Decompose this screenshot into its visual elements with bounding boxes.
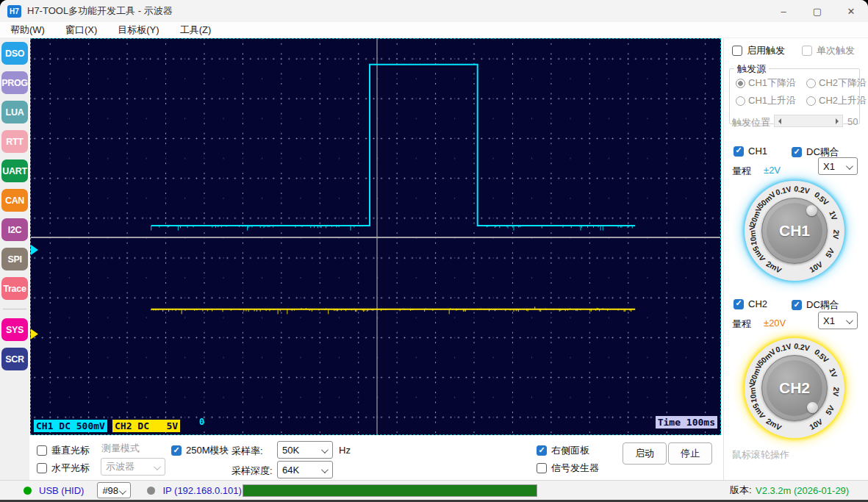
single-trigger-checkbox[interactable] xyxy=(802,46,812,56)
sidebar-item-rtt[interactable]: RTT xyxy=(1,130,28,153)
sidebar-item-sys[interactable]: SYS xyxy=(1,318,28,341)
sample-depth-select[interactable]: 64K xyxy=(277,461,333,478)
bottom-controls: 垂直光标 水平光标 测量模式 示波器 250M模块 采样率: 50K xyxy=(30,437,721,480)
menu-target[interactable]: 目标板(Y) xyxy=(107,22,169,37)
sidebar-item-i2c[interactable]: I2C xyxy=(1,218,28,241)
sidebar: DSOPROGLUARTTUARTCANI2CSPITraceSYSSCR xyxy=(0,38,29,480)
vertical-cursor-checkbox[interactable] xyxy=(37,445,47,456)
dial-value-2mV: 2mV xyxy=(764,259,783,275)
sidebar-item-can[interactable]: CAN xyxy=(1,189,28,212)
ch1-knob-cap[interactable]: CH1 xyxy=(761,198,828,264)
app-window: H7 H7-TOOL多功能开发工具 - 示波器 – ▢ ✕ 帮助(W)窗口(X)… xyxy=(0,0,868,502)
ch2-level-marker-icon[interactable] xyxy=(31,329,38,340)
horizontal-cursor-label: 水平光标 xyxy=(51,462,90,475)
trigger-source-ch1-rising[interactable]: CH1上升沿 xyxy=(736,94,796,107)
module-250m-checkbox[interactable] xyxy=(171,445,182,456)
stop-button-label: 停止 xyxy=(681,447,700,460)
close-icon[interactable]: ✕ xyxy=(834,0,868,22)
timebase-readout: Time 100ms xyxy=(656,416,717,429)
progress-bar xyxy=(243,484,537,497)
trigger-source-label: CH1上升沿 xyxy=(748,94,796,107)
trigger-position-value: 50 xyxy=(847,116,858,127)
ch2-enable-checkbox[interactable] xyxy=(734,299,744,309)
ch1-range-label: 量程 xyxy=(732,165,751,178)
trigger-source-title: 触发源 xyxy=(734,62,769,76)
radio-icon xyxy=(736,79,745,88)
trigger-source-ch2-rising[interactable]: CH2上升沿 xyxy=(806,94,867,107)
ch2-probe-mult-select[interactable]: X1 xyxy=(818,312,858,329)
dial-value-10V: 10V xyxy=(807,417,823,431)
minimize-icon[interactable]: – xyxy=(767,0,800,22)
ch1-level-marker-icon[interactable] xyxy=(31,245,38,255)
start-button-label: 启动 xyxy=(635,447,654,460)
knob-indicator-dot xyxy=(806,205,817,216)
stop-button[interactable]: 停止 xyxy=(668,442,712,465)
measure-mode-select[interactable]: 示波器 xyxy=(101,458,165,476)
waveform-canvas xyxy=(31,39,720,434)
sidebar-item-trace[interactable]: Trace xyxy=(1,277,28,300)
dial-value-1V: 1V xyxy=(828,209,839,220)
dial-value-2V: 2V xyxy=(831,229,841,240)
statusbar: USB (HID) #98 IP (192.168.0.101) 版本: V2.… xyxy=(0,480,868,500)
right-panel-label: 右侧面板 xyxy=(551,444,589,457)
version-label: 版本: xyxy=(730,484,752,497)
menu-help[interactable]: 帮助(W) xyxy=(0,22,55,37)
maximize-icon[interactable]: ▢ xyxy=(800,0,834,22)
dial-value-2V: 2V xyxy=(831,387,841,397)
version-value: V2.3.2m (2026-01-29) xyxy=(756,485,849,496)
ch1-range-knob[interactable]: 2mV5mV10mV20mV50mV0.1V0.2V0.5V1V2V5V10V … xyxy=(745,181,844,281)
menu-window[interactable]: 窗口(X) xyxy=(55,22,107,37)
trigger-source-label: CH1下降沿 xyxy=(748,76,796,90)
ch1-probe-mult-select[interactable]: X1 xyxy=(818,157,858,175)
ch1-enable-label: CH1 xyxy=(748,146,767,157)
single-trigger-label: 单次触发 xyxy=(817,44,855,57)
sidebar-item-spi[interactable]: SPI xyxy=(1,248,28,270)
ch2-range-knob[interactable]: 2mV5mV10mV20mV50mV0.1V0.2V0.5V1V2V5V10V … xyxy=(745,338,844,438)
radio-icon xyxy=(736,96,745,106)
ch2-enable-label: CH2 xyxy=(748,298,767,309)
dial-value-0.2V: 0.2V xyxy=(793,341,810,353)
ip-status-label: IP (192.168.0.101) xyxy=(162,485,241,496)
ip-status-icon xyxy=(147,487,155,495)
scrollbar-left-arrow-icon[interactable] xyxy=(775,115,785,126)
signal-generator-checkbox[interactable] xyxy=(537,463,547,473)
sample-rate-select[interactable]: 50K xyxy=(277,441,333,459)
scrollbar-right-arrow-icon[interactable] xyxy=(832,115,842,126)
sidebar-item-lua[interactable]: LUA xyxy=(1,101,28,123)
sidebar-item-dso[interactable]: DSO xyxy=(1,42,28,65)
start-button[interactable]: 启动 xyxy=(623,442,667,465)
ch2-range-label: 量程 xyxy=(732,318,751,331)
trigger-source-ch1-falling[interactable]: CH1下降沿 xyxy=(736,76,796,90)
ch1-coupling-checkbox[interactable] xyxy=(792,147,802,157)
ch1-knob-label: CH1 xyxy=(779,222,810,240)
ch2-coupling-checkbox[interactable] xyxy=(792,300,802,310)
dial-value-10V: 10V xyxy=(807,259,823,274)
ch1-enable-checkbox[interactable] xyxy=(734,146,744,157)
oscilloscope-display[interactable]: CH1 DC 500mV CH2 DC 5V 0 Time 100ms xyxy=(30,38,721,435)
measure-mode-value: 示波器 xyxy=(106,460,134,473)
menubar: 帮助(W)窗口(X)目标板(Y)工具(Z) xyxy=(0,22,868,38)
ch2-readout: CH2 DC 5V xyxy=(112,420,180,432)
right-panel-checkbox[interactable] xyxy=(537,445,547,456)
dial-value-1V: 1V xyxy=(828,366,839,378)
sample-depth-label: 采样深度: xyxy=(232,465,273,478)
module-250m-label: 250M模块 xyxy=(186,444,229,457)
dial-value-10mV: 10mV xyxy=(747,224,758,245)
usb-status-icon xyxy=(24,487,32,495)
sidebar-item-uart[interactable]: UART xyxy=(1,159,28,182)
menu-tools[interactable]: 工具(Z) xyxy=(170,22,222,37)
dial-value-5V: 5V xyxy=(824,404,836,417)
ch2-knob-cap[interactable]: CH2 xyxy=(761,355,828,421)
sidebar-item-scr[interactable]: SCR xyxy=(1,348,28,370)
ch2-probe-mult-value: X1 xyxy=(823,315,835,326)
horizontal-cursor-checkbox[interactable] xyxy=(37,463,47,473)
ch1-trace xyxy=(151,65,636,226)
device-number-select[interactable]: #98 xyxy=(97,482,131,498)
trigger-position-scrollbar[interactable] xyxy=(774,115,843,127)
trigger-position-label: 触发位置 xyxy=(732,116,770,129)
enable-trigger-checkbox[interactable] xyxy=(732,46,742,56)
sidebar-item-prog[interactable]: PROG xyxy=(1,71,28,94)
trigger-source-ch2-falling[interactable]: CH2下降沿 xyxy=(806,76,867,90)
dial-value-0.1V: 0.1V xyxy=(775,341,792,354)
sample-rate-label: 采样率: xyxy=(232,445,263,458)
